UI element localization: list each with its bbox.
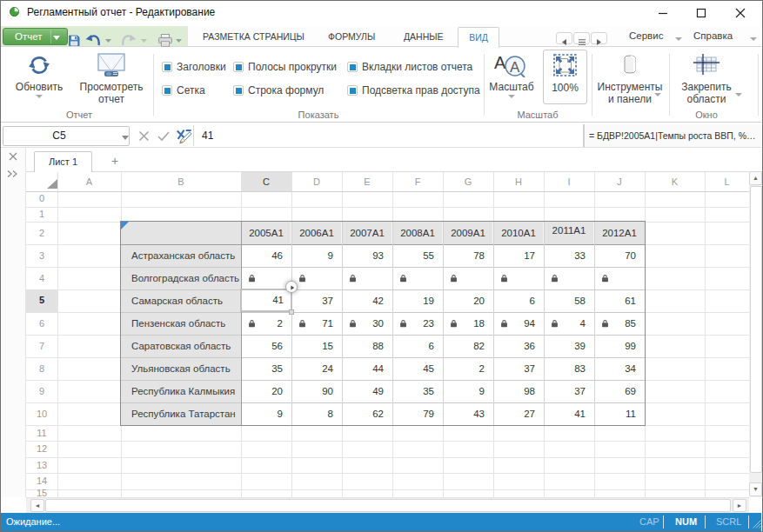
svg-text:A: A [510, 59, 520, 76]
svg-text:A: A [494, 53, 506, 72]
